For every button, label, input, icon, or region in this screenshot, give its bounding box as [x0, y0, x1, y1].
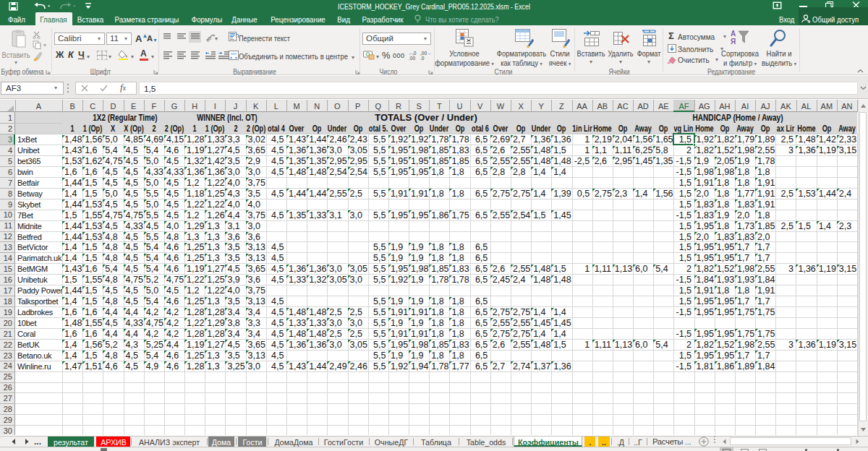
svg-text:,0: ,0 — [420, 56, 425, 61]
svg-text:,00: ,00 — [409, 56, 415, 61]
svg-text:→: → — [427, 51, 430, 56]
svg-text:Я: Я — [731, 38, 736, 46]
svg-text:А: А — [731, 30, 736, 38]
